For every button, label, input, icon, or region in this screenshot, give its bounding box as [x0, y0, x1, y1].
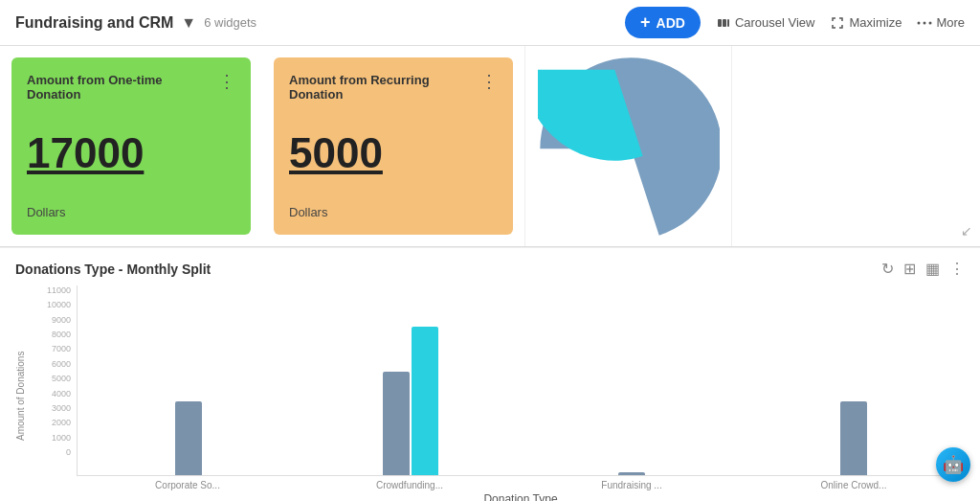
- bar-1-0: [383, 372, 410, 475]
- chart-container: Amount of Donations 0 1000 2000 3000 400…: [15, 285, 965, 501]
- chart-more-icon[interactable]: ⋮: [949, 260, 965, 278]
- bar-1-1: [412, 327, 438, 475]
- chart-section: Donations Type - Monthly Split ↻ ⊞ ▦ ⋮ A…: [0, 247, 980, 501]
- stat-card-header-1: Amount from One-time Donation ⋮: [27, 73, 235, 102]
- page-title: Fundraising and CRM: [15, 14, 173, 32]
- more-icon: [917, 15, 932, 31]
- chart-actions: ↻ ⊞ ▦ ⋮: [881, 260, 965, 278]
- x-label-0: Corporate So...: [77, 480, 299, 490]
- widgets-count: 6 widgets: [204, 15, 256, 30]
- stat-card-onetimedonation: Amount from One-time Donation ⋮ 17000 Do…: [11, 57, 251, 235]
- bar-group-2: [522, 472, 744, 475]
- stat-card-unit-1: Dollars: [27, 205, 235, 219]
- svg-point-5: [929, 21, 932, 24]
- svg-rect-0: [718, 19, 722, 27]
- y-axis-label: Amount of Donations: [15, 285, 34, 501]
- resize-icon: ↙: [961, 223, 972, 239]
- stat-card-unit-2: Dollars: [289, 205, 498, 219]
- widgets-row: Amount from One-time Donation ⋮ 17000 Do…: [0, 46, 980, 247]
- bar-group-0: [78, 401, 300, 475]
- svg-point-4: [924, 21, 926, 24]
- stat-card-header-2: Amount from Recurring Donation ⋮: [289, 73, 498, 102]
- chart-table-icon[interactable]: ⊞: [903, 260, 916, 278]
- bar-0-0: [175, 401, 202, 475]
- empty-right-panel: ↙: [731, 46, 980, 246]
- stat-card-value-1: 17000: [27, 129, 235, 177]
- chart-header: Donations Type - Monthly Split ↻ ⊞ ▦ ⋮: [15, 260, 965, 278]
- y-tick: 4000: [34, 389, 71, 399]
- x-axis-title: Donation Type: [34, 492, 965, 501]
- topbar-left: Fundraising and CRM ▼ 6 widgets: [15, 14, 256, 32]
- x-label-2: Fundraising ...: [521, 480, 743, 490]
- maximize-label: Maximize: [849, 15, 902, 30]
- add-label: ADD: [657, 15, 685, 31]
- svg-point-3: [918, 21, 921, 24]
- stat-card-value-2: 5000: [289, 129, 498, 177]
- bars-area: [77, 285, 965, 476]
- more-label: More: [936, 15, 965, 30]
- y-tick: 3000: [34, 403, 71, 413]
- more-button[interactable]: More: [917, 15, 965, 31]
- pie-chart: [538, 56, 720, 238]
- y-tick: 2000: [34, 418, 71, 427]
- plus-icon: +: [640, 12, 651, 33]
- chart-refresh-icon[interactable]: ↻: [881, 260, 894, 278]
- chart-plot: 0 1000 2000 3000 4000 5000 6000 7000 800…: [34, 285, 965, 476]
- maximize-button[interactable]: Maximize: [830, 15, 902, 31]
- add-button[interactable]: + ADD: [625, 7, 701, 38]
- bar-group-3: [743, 401, 965, 475]
- svg-rect-1: [723, 19, 726, 27]
- bar-2-0: [618, 472, 645, 475]
- y-tick: 1000: [34, 433, 71, 443]
- help-icon: 🤖: [943, 454, 964, 475]
- pie-chart-area: [524, 46, 731, 246]
- y-tick: 5000: [34, 374, 71, 383]
- y-tick: 8000: [34, 330, 71, 339]
- topbar: Fundraising and CRM ▼ 6 widgets + ADD Ca…: [0, 0, 980, 46]
- svg-rect-2: [727, 19, 729, 27]
- help-button[interactable]: 🤖: [936, 447, 970, 482]
- y-tick: 6000: [34, 359, 71, 369]
- carousel-icon: [716, 15, 731, 31]
- stat-card-title-2: Amount from Recurring Donation: [289, 73, 480, 102]
- bar-group-1: [300, 327, 522, 475]
- chart-title: Donations Type - Monthly Split: [15, 262, 211, 277]
- bar-3-0: [840, 401, 867, 475]
- chart-body: 0 1000 2000 3000 4000 5000 6000 7000 800…: [34, 285, 965, 501]
- y-tick: 0: [34, 447, 71, 457]
- title-dropdown-icon[interactable]: ▼: [181, 14, 196, 32]
- stat-card-menu-2[interactable]: ⋮: [480, 73, 498, 90]
- y-tick: 7000: [34, 344, 71, 353]
- x-label-1: Crowdfunding...: [299, 480, 521, 490]
- y-ticks: 0 1000 2000 3000 4000 5000 6000 7000 800…: [34, 285, 77, 476]
- y-tick: 9000: [34, 315, 71, 325]
- stat-card-recurringdonation: Amount from Recurring Donation ⋮ 5000 Do…: [274, 57, 513, 235]
- stat-card-title-1: Amount from One-time Donation: [27, 73, 218, 102]
- carousel-label: Carousel View: [735, 15, 815, 30]
- y-tick: 11000: [34, 285, 71, 295]
- x-label-3: Online Crowd...: [743, 480, 965, 490]
- topbar-right: + ADD Carousel View Maximize: [625, 7, 965, 38]
- maximize-icon: [830, 15, 845, 31]
- stat-card-menu-1[interactable]: ⋮: [218, 73, 235, 90]
- y-tick: 10000: [34, 300, 71, 309]
- carousel-view-button[interactable]: Carousel View: [716, 15, 815, 31]
- x-axis: Corporate So...Crowdfunding...Fundraisin…: [34, 476, 965, 490]
- chart-view-icon[interactable]: ▦: [925, 260, 940, 278]
